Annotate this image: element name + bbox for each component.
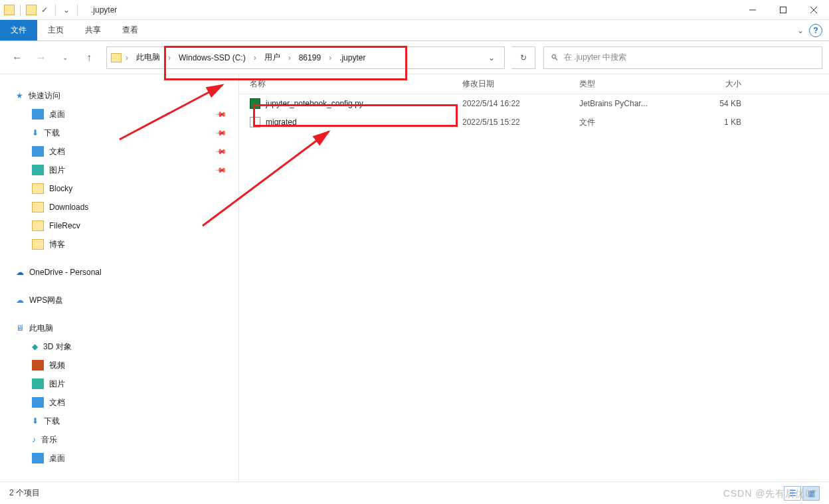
sidebar-documents2[interactable]: 文档 — [0, 393, 238, 412]
sidebar-pictures[interactable]: 图片📌 — [0, 161, 238, 179]
crumb-users[interactable]: 用户 — [260, 49, 284, 66]
file-type: JetBrains PyChar... — [579, 99, 684, 108]
sidebar-item-label: 桌面 — [49, 453, 65, 464]
folder-icon — [32, 202, 44, 212]
folder-icon — [32, 239, 44, 250]
address-folder-icon — [111, 53, 122, 62]
tab-view[interactable]: 查看 — [112, 20, 149, 41]
3d-icon: ◆ — [32, 342, 38, 351]
chevron-right-icon[interactable]: › — [167, 53, 172, 62]
sidebar-item-label: 音乐 — [41, 434, 57, 446]
col-header-name[interactable]: 名称˄ — [250, 78, 462, 90]
crumb-thispc[interactable]: 此电脑 — [132, 49, 164, 66]
generic-file-icon — [250, 117, 260, 127]
maximize-button[interactable] — [768, 0, 798, 20]
navigation-pane[interactable]: ★快速访问 桌面📌 ⬇下载📌 文档📌 图片📌 Blocky Downloads … — [0, 74, 239, 481]
crumb-user[interactable]: 86199 — [295, 50, 325, 65]
sidebar-desktop2[interactable]: 桌面 — [0, 449, 238, 467]
sidebar-videos[interactable]: 视频 — [0, 356, 238, 375]
picture-icon — [32, 378, 44, 389]
desktop-icon — [32, 109, 44, 120]
desktop-icon — [32, 453, 44, 463]
sidebar-blocky[interactable]: Blocky — [0, 179, 238, 198]
col-header-type[interactable]: 类型 — [579, 78, 684, 90]
download-icon: ⬇ — [32, 128, 39, 137]
music-icon: ♪ — [32, 435, 36, 444]
window-title: .jupyter — [91, 5, 117, 15]
crumb-drive[interactable]: Windows-SSD (C:) — [175, 50, 250, 65]
sidebar-pictures2[interactable]: 图片 — [0, 375, 238, 393]
status-item-count: 2 个项目 — [9, 487, 40, 499]
sidebar-onedrive[interactable]: ☁OneDrive - Personal — [0, 263, 238, 282]
sidebar-thispc[interactable]: 🖥此电脑 — [0, 319, 238, 337]
chevron-right-icon[interactable]: › — [327, 53, 333, 62]
sidebar-item-label: 3D 对象 — [43, 341, 72, 353]
refresh-button[interactable]: ↻ — [511, 46, 535, 69]
col-header-date[interactable]: 修改日期 — [462, 78, 579, 90]
help-icon[interactable]: ? — [809, 24, 822, 37]
sidebar-filerecv[interactable]: FileRecv — [0, 216, 238, 235]
back-button[interactable]: ← — [7, 47, 28, 68]
tab-file[interactable]: 文件 — [0, 20, 37, 41]
tab-home[interactable]: 主页 — [37, 20, 74, 41]
chevron-right-icon[interactable]: › — [252, 53, 258, 62]
chevron-right-icon[interactable]: › — [124, 53, 130, 62]
sidebar-downloads[interactable]: ⬇下载📌 — [0, 124, 238, 142]
sidebar-downloads-en[interactable]: Downloads — [0, 198, 238, 216]
address-dropdown-icon[interactable]: ⌄ — [483, 53, 500, 62]
cloud-icon: ☁ — [16, 295, 24, 305]
file-size: 1 KB — [684, 118, 741, 127]
sidebar-blog[interactable]: 博客 — [0, 235, 238, 254]
pin-icon: 📌 — [214, 108, 227, 120]
sidebar-desktop[interactable]: 桌面📌 — [0, 105, 238, 124]
pc-icon: 🖥 — [16, 323, 24, 333]
folder-icon — [4, 5, 15, 15]
cloud-icon: ☁ — [16, 268, 24, 277]
sidebar-item-label: 下载 — [44, 127, 60, 139]
sidebar-item-label: 图片 — [49, 165, 65, 176]
sidebar-item-label: 桌面 — [49, 109, 65, 120]
file-name: jupyter_notebook_config.py — [266, 99, 363, 108]
sidebar-downloads2[interactable]: ⬇下载 — [0, 412, 238, 430]
chevron-right-icon[interactable]: › — [287, 53, 292, 62]
star-icon: ★ — [16, 91, 23, 100]
ribbon-expand-icon[interactable]: ⌄ — [797, 26, 804, 35]
sidebar-quick-access[interactable]: ★快速访问 — [0, 86, 238, 105]
sidebar-item-label: 视频 — [49, 360, 65, 371]
python-file-icon — [250, 98, 260, 109]
table-row[interactable]: migrated 2022/5/15 15:22 文件 1 KB — [239, 113, 829, 131]
sidebar-item-label: OneDrive - Personal — [29, 268, 102, 277]
column-headers[interactable]: 名称˄ 修改日期 类型 大小 — [239, 74, 829, 94]
document-icon — [32, 146, 44, 157]
file-date: 2022/5/14 16:22 — [462, 99, 579, 108]
file-size: 54 KB — [684, 99, 741, 108]
sidebar-music[interactable]: ♪音乐 — [0, 430, 238, 449]
qat-folder-icon[interactable] — [26, 5, 37, 15]
col-header-size[interactable]: 大小 — [684, 78, 741, 90]
sidebar-item-label: 快速访问 — [29, 90, 60, 102]
search-placeholder: 在 .jupyter 中搜索 — [564, 52, 626, 63]
status-bar: 2 个项目 ☰ ▦ — [0, 481, 829, 504]
picture-icon — [32, 165, 44, 175]
sidebar-3d[interactable]: ◆3D 对象 — [0, 337, 238, 356]
minimize-button[interactable] — [737, 0, 768, 20]
close-button[interactable] — [798, 0, 829, 20]
sidebar-documents[interactable]: 文档📌 — [0, 142, 238, 161]
forward-button[interactable]: → — [31, 47, 52, 68]
title-bar: ✓ ⌄ .jupyter — [0, 0, 829, 20]
folder-icon — [32, 220, 44, 231]
sidebar-wps[interactable]: ☁WPS网盘 — [0, 291, 238, 309]
search-input[interactable]: 🔍︎ 在 .jupyter 中搜索 — [543, 46, 822, 69]
sidebar-item-label: Blocky — [49, 184, 72, 193]
up-button[interactable]: ↑ — [78, 47, 100, 68]
document-icon — [32, 397, 44, 408]
pin-icon: 📌 — [214, 126, 227, 139]
recent-dropdown[interactable]: ⌄ — [54, 47, 76, 68]
tab-share[interactable]: 共享 — [74, 20, 112, 41]
qat-dropdown-icon[interactable]: ⌄ — [61, 5, 72, 15]
address-bar[interactable]: › 此电脑 › Windows-SSD (C:) › 用户 › 86199 › … — [106, 46, 505, 69]
watermark: CSDN @先有后优07 — [723, 488, 817, 500]
crumb-jupyter[interactable]: .jupyter — [335, 50, 369, 65]
qat-check-icon[interactable]: ✓ — [39, 5, 50, 15]
table-row[interactable]: jupyter_notebook_config.py 2022/5/14 16:… — [239, 94, 829, 113]
